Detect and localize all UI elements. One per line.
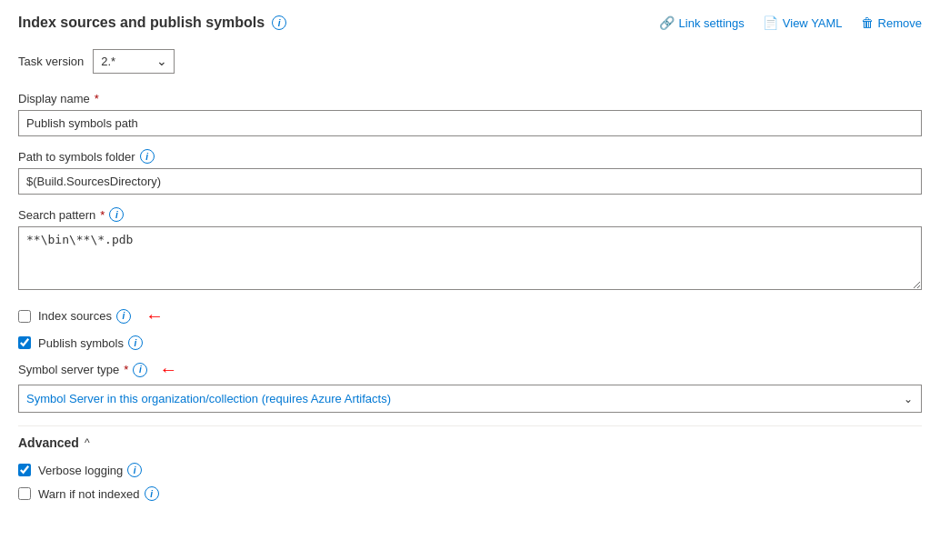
symbol-server-dropdown-wrapper: Symbol Server in this organization/colle… — [18, 385, 922, 413]
search-info-icon[interactable]: i — [109, 207, 124, 222]
task-version-select[interactable]: 2.* 1.* — [93, 49, 175, 74]
verbose-logging-info-icon[interactable]: i — [127, 463, 142, 477]
advanced-row: Advanced ^ — [18, 435, 922, 450]
display-name-section: Display name * — [18, 92, 922, 136]
path-symbols-section: Path to symbols folder i — [18, 149, 922, 195]
search-required-star: * — [100, 208, 105, 222]
symbol-server-info-icon[interactable]: i — [133, 363, 147, 377]
path-symbols-label: Path to symbols folder i — [18, 149, 922, 164]
display-name-input[interactable] — [18, 110, 922, 136]
header-actions: 🔗 Link settings 📄 View YAML 🗑 Remove — [659, 15, 922, 30]
search-pattern-label: Search pattern * i — [18, 207, 922, 222]
publish-symbols-info-icon[interactable]: i — [128, 335, 143, 350]
symbol-server-arrow: ← — [159, 359, 177, 380]
task-version-wrapper: 2.* 1.* — [93, 49, 175, 74]
link-icon: 🔗 — [659, 15, 675, 30]
title-info-icon[interactable]: i — [272, 15, 286, 30]
publish-symbols-row: Publish symbols i — [18, 335, 922, 350]
symbol-server-section: Symbol server type * i ← Symbol Server i… — [18, 359, 922, 413]
header-left: Index sources and publish symbols i — [18, 15, 286, 31]
index-sources-info-icon[interactable]: i — [116, 309, 131, 324]
task-version-row: Task version 2.* 1.* — [18, 49, 922, 74]
warn-not-indexed-label: Warn if not indexed i — [38, 486, 159, 501]
path-symbols-input[interactable] — [18, 168, 922, 195]
index-sources-checkbox[interactable] — [18, 310, 31, 323]
remove-icon: 🗑 — [861, 15, 874, 30]
symbol-server-required-star: * — [124, 363, 128, 376]
warn-not-indexed-checkbox[interactable] — [18, 487, 31, 500]
path-info-icon[interactable]: i — [140, 149, 155, 164]
symbol-server-select[interactable]: Symbol Server in this organization/colle… — [18, 385, 922, 413]
search-pattern-section: Search pattern * i **\bin\**\*.pdb — [18, 207, 922, 293]
display-name-label: Display name * — [18, 92, 922, 105]
remove-button[interactable]: 🗑 Remove — [861, 15, 922, 30]
index-sources-arrow: ← — [145, 305, 164, 326]
verbose-logging-label: Verbose logging i — [38, 463, 142, 477]
symbol-server-label: Symbol server type * i ← — [18, 359, 922, 380]
publish-symbols-label: Publish symbols i — [38, 335, 143, 350]
warn-not-indexed-row: Warn if not indexed i — [18, 486, 922, 501]
search-pattern-textarea[interactable]: **\bin\**\*.pdb — [18, 226, 922, 290]
advanced-chevron-icon[interactable]: ^ — [85, 436, 90, 449]
yaml-icon: 📄 — [763, 15, 778, 30]
index-sources-row: Index sources i ← — [18, 305, 922, 326]
task-version-label: Task version — [18, 55, 84, 68]
page-title: Index sources and publish symbols — [18, 15, 265, 31]
warn-not-indexed-info-icon[interactable]: i — [145, 486, 159, 501]
advanced-label[interactable]: Advanced — [18, 435, 79, 450]
section-divider — [18, 425, 922, 426]
index-sources-label: Index sources i — [38, 309, 131, 324]
header: Index sources and publish symbols i 🔗 Li… — [18, 15, 922, 31]
verbose-logging-checkbox[interactable] — [18, 464, 31, 476]
publish-symbols-checkbox[interactable] — [18, 336, 31, 349]
required-star: * — [95, 92, 99, 105]
main-page: Index sources and publish symbols i 🔗 Li… — [0, 0, 940, 525]
verbose-logging-row: Verbose logging i — [18, 463, 922, 477]
view-yaml-button[interactable]: 📄 View YAML — [763, 15, 843, 30]
link-settings-button[interactable]: 🔗 Link settings — [659, 15, 745, 30]
